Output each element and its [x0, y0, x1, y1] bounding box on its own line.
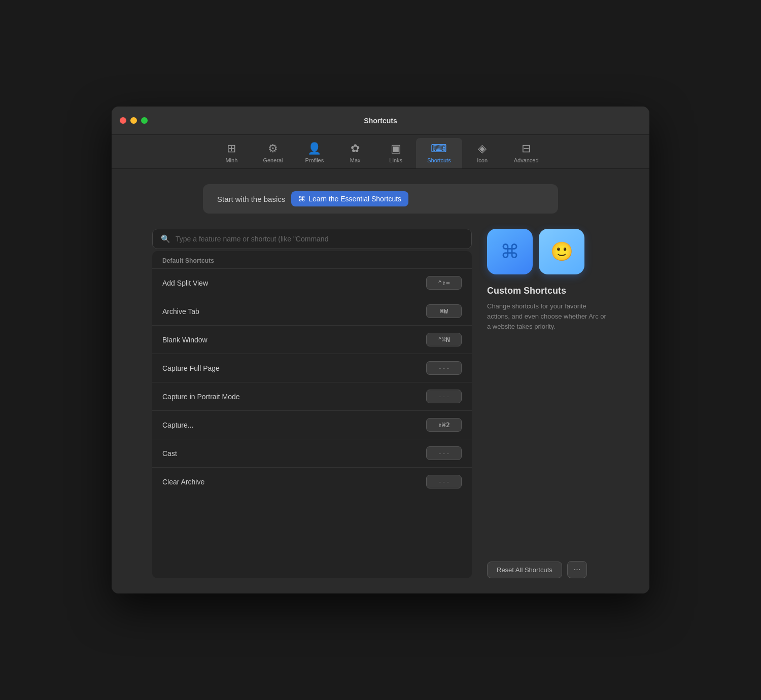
max-label: Max — [350, 157, 361, 163]
maximize-button[interactable] — [141, 117, 148, 124]
toolbar: ⊞Minh⚙General👤Profiles✿Max▣Links⌨Shortcu… — [112, 135, 649, 169]
learn-shortcuts-label: Learn the Essential Shortcuts — [308, 195, 401, 203]
shortcut-key[interactable]: ⌃⇧= — [426, 276, 462, 290]
toolbar-item-max[interactable]: ✿Max — [335, 138, 375, 168]
shortcuts-panel: 🔍 Default Shortcuts Add Split View⌃⇧=Arc… — [152, 229, 472, 578]
traffic-lights — [120, 117, 148, 124]
search-input[interactable] — [176, 235, 463, 243]
shortcut-key[interactable]: ⌘W — [426, 304, 462, 318]
shortcut-key[interactable]: --- — [426, 446, 462, 460]
shortcuts-list-container: Default Shortcuts Add Split View⌃⇧=Archi… — [152, 251, 472, 578]
titlebar: Shortcuts — [112, 107, 649, 135]
shortcut-name: Blank Window — [162, 336, 207, 344]
window-title: Shortcuts — [364, 117, 397, 125]
content-area: Start with the basics ⌘ Learn the Essent… — [112, 169, 649, 593]
shortcut-name: Clear Archive — [162, 478, 204, 486]
custom-shortcuts-desc: Change shortcuts for your favorite actio… — [487, 301, 609, 332]
shortcut-row[interactable]: Cast--- — [152, 439, 472, 467]
section-header: Default Shortcuts — [152, 251, 472, 268]
advanced-label: Advanced — [514, 157, 539, 163]
profiles-icon: 👤 — [307, 142, 321, 155]
toolbar-item-advanced[interactable]: ⊟Advanced — [503, 138, 550, 168]
shortcut-row[interactable]: Archive Tab⌘W — [152, 297, 472, 325]
cmd-icon: ⌘ — [298, 195, 305, 203]
shortcuts-icon: ⌨ — [431, 142, 447, 155]
shortcut-key[interactable]: --- — [426, 475, 462, 488]
learn-shortcuts-button[interactable]: ⌘ Learn the Essential Shortcuts — [291, 191, 408, 206]
shortcut-name: Add Split View — [162, 279, 208, 287]
banner-text: Start with the basics — [217, 195, 285, 203]
general-icon: ⚙ — [268, 142, 278, 155]
shortcut-name: Capture... — [162, 421, 193, 429]
toolbar-item-icon[interactable]: ◈Icon — [462, 138, 503, 168]
shortcut-name: Capture in Portrait Mode — [162, 393, 240, 401]
main-area: 🔍 Default Shortcuts Add Split View⌃⇧=Arc… — [152, 229, 609, 578]
shortcut-row[interactable]: Add Split View⌃⇧= — [152, 268, 472, 297]
learn-shortcuts-banner: Start with the basics ⌘ Learn the Essent… — [203, 184, 558, 214]
shortcut-key[interactable]: --- — [426, 390, 462, 403]
shortcut-row[interactable]: Clear Archive--- — [152, 467, 472, 496]
minimize-button[interactable] — [130, 117, 137, 124]
minh-label: Minh — [225, 157, 237, 163]
shortcuts-list: Add Split View⌃⇧=Archive Tab⌘WBlank Wind… — [152, 268, 472, 496]
max-icon: ✿ — [351, 142, 360, 155]
search-icon: 🔍 — [161, 234, 170, 243]
icon-label: Icon — [477, 157, 488, 163]
shortcut-key[interactable]: ⇧⌘2 — [426, 418, 462, 432]
more-options-button[interactable]: ··· — [567, 561, 587, 578]
shortcuts-label: Shortcuts — [427, 157, 451, 163]
bottom-buttons: Reset All Shortcuts ··· — [487, 551, 609, 578]
advanced-icon: ⊟ — [522, 142, 531, 155]
shortcut-name: Cast — [162, 449, 177, 458]
shortcut-row[interactable]: Capture...⇧⌘2 — [152, 410, 472, 439]
main-window: Shortcuts ⊞Minh⚙General👤Profiles✿Max▣Lin… — [112, 107, 649, 593]
smile-icon-box: 🙂 — [539, 229, 584, 274]
reset-all-shortcuts-button[interactable]: Reset All Shortcuts — [487, 562, 562, 578]
shortcut-key[interactable]: --- — [426, 361, 462, 375]
links-label: Links — [389, 157, 402, 163]
toolbar-item-links[interactable]: ▣Links — [375, 138, 416, 168]
icon-icon: ◈ — [478, 142, 487, 155]
general-label: General — [263, 157, 283, 163]
cmd-icon-box: ⌘ — [487, 229, 533, 274]
smile-symbol: 🙂 — [550, 241, 573, 262]
close-button[interactable] — [120, 117, 126, 124]
shortcut-row[interactable]: Capture Full Page--- — [152, 354, 472, 382]
cmd-symbol: ⌘ — [500, 240, 520, 263]
shortcut-name: Archive Tab — [162, 307, 199, 316]
links-icon: ▣ — [391, 142, 401, 155]
shortcut-row[interactable]: Capture in Portrait Mode--- — [152, 382, 472, 410]
custom-shortcuts-info: ⌘ 🙂 Custom Shortcuts Change shortcuts fo… — [487, 229, 609, 332]
toolbar-item-profiles[interactable]: 👤Profiles — [294, 138, 335, 168]
toolbar-item-minh[interactable]: ⊞Minh — [211, 138, 252, 168]
right-panel: ⌘ 🙂 Custom Shortcuts Change shortcuts fo… — [487, 229, 609, 578]
shortcut-name: Capture Full Page — [162, 364, 220, 372]
minh-icon: ⊞ — [227, 142, 236, 155]
toolbar-item-general[interactable]: ⚙General — [252, 138, 294, 168]
shortcut-key[interactable]: ⌃⌘N — [426, 333, 462, 346]
custom-shortcuts-title: Custom Shortcuts — [487, 286, 609, 296]
shortcut-row[interactable]: Blank Window⌃⌘N — [152, 325, 472, 354]
icons-row: ⌘ 🙂 — [487, 229, 609, 274]
toolbar-item-shortcuts[interactable]: ⌨Shortcuts — [416, 138, 462, 168]
search-bar: 🔍 — [152, 229, 472, 249]
profiles-label: Profiles — [305, 157, 324, 163]
